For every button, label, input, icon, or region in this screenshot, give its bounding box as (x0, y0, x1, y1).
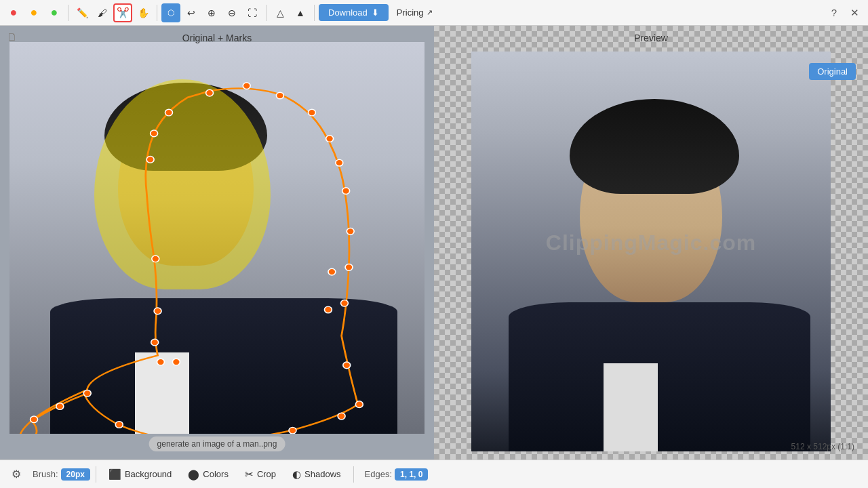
svg-point-20 (31, 416, 38, 423)
sep4 (314, 5, 315, 21)
preview-shirt (604, 363, 658, 451)
bottom-sep1 (96, 466, 96, 483)
background-icon: ⬛ (108, 468, 121, 481)
select-mode-btn[interactable]: ⬡ (161, 3, 180, 22)
brightness-btn[interactable]: △ (271, 3, 290, 22)
svg-point-7 (347, 228, 354, 235)
close-traffic-btn[interactable]: ● (4, 3, 23, 22)
file-label: generate an image of a man..png (149, 436, 285, 451)
tool-group-adjust: △ ▲ (271, 3, 310, 22)
original-button[interactable]: Original (809, 63, 856, 80)
svg-point-4 (326, 136, 334, 142)
crop-icon: ✂ (245, 468, 254, 481)
pricing-label: Pricing (397, 7, 424, 18)
tool-group-left: ● ● ● (4, 3, 64, 22)
svg-point-1 (243, 83, 250, 89)
eraser-tool-btn[interactable]: ✏️ (73, 3, 92, 22)
scissors-tool-btn[interactable]: ✂️ (113, 3, 132, 22)
edges-label: Edges: (365, 469, 392, 479)
bottom-toolbar: ⚙ Brush: 20px ⬛ Background ⬤ Colors ✂ Cr… (0, 460, 868, 488)
edges-value-btn[interactable]: 1, 1, 0 (395, 468, 428, 481)
crop-label: Crop (257, 469, 276, 479)
preview-jacket (509, 302, 810, 451)
jacket-area (50, 298, 397, 434)
background-tool[interactable]: ⬛ Background (102, 466, 178, 483)
sep2 (157, 5, 157, 21)
shadows-icon: ◐ (292, 468, 301, 481)
sep1 (68, 5, 68, 21)
top-toolbar: ● ● ● ✏️ 🖌 ✂️ ✋ ⬡ ↩ ⊕ ⊖ ⛶ △ ▲ Download ⬇… (0, 0, 868, 26)
fit-view-btn[interactable]: ⛶ (243, 3, 262, 22)
external-link-icon: ↗ (427, 8, 433, 17)
svg-point-5 (336, 159, 343, 166)
download-icon: ⬇ (372, 7, 379, 18)
help-button[interactable]: ? (825, 3, 844, 22)
colors-icon: ⬤ (188, 468, 199, 481)
paint-tool-btn[interactable]: 🖌 (93, 3, 112, 22)
shadows-tool[interactable]: ◐ Shadows (285, 466, 347, 483)
svg-point-2 (276, 92, 283, 99)
bottom-sep2 (353, 466, 354, 483)
right-panel: ClippingMagic.com Preview Original 512 x… (434, 26, 868, 460)
window-close-button[interactable]: ✕ (845, 3, 864, 22)
pricing-button[interactable]: Pricing ↗ (390, 4, 439, 21)
hand-tool-btn[interactable]: ✋ (134, 3, 153, 22)
colors-label: Colors (203, 469, 229, 479)
svg-point-6 (342, 188, 350, 195)
download-label: Download (328, 7, 368, 18)
tool-group-view: ⬡ ↩ ⊕ ⊖ ⛶ (161, 3, 262, 22)
main-content: Original + Marks 🗋 generate an image of … (0, 26, 868, 460)
original-image (9, 42, 425, 434)
settings-button[interactable]: ⚙ (7, 465, 26, 484)
shadows-label: Shadows (304, 469, 340, 479)
sep3 (266, 5, 267, 21)
zoom-out-btn[interactable]: ⊖ (222, 3, 241, 22)
expand-traffic-btn[interactable]: ● (45, 3, 64, 22)
background-label: Background (125, 469, 172, 479)
svg-point-10 (328, 268, 336, 275)
minimize-traffic-btn[interactable]: ● (24, 3, 43, 22)
canvas-area[interactable]: Original + Marks 🗋 generate an image of … (0, 26, 434, 460)
image-size-label: 512 x 512px (1:1) (791, 442, 854, 451)
panel-mini-icon: 🗋 (7, 31, 18, 43)
undo-btn[interactable]: ↩ (182, 3, 201, 22)
tool-group-draw: ✏️ 🖌 ✂️ ✋ (73, 3, 153, 22)
brush-label: Brush: (33, 469, 58, 479)
svg-point-3 (308, 109, 315, 116)
download-button[interactable]: Download ⬇ (319, 4, 389, 21)
colors-tool[interactable]: ⬤ Colors (181, 466, 235, 483)
contrast-btn[interactable]: ▲ (291, 3, 310, 22)
brush-size-btn[interactable]: 20px (61, 468, 90, 481)
crop-tool[interactable]: ✂ Crop (238, 466, 283, 483)
preview-cutout (471, 52, 831, 451)
svg-point-8 (345, 264, 353, 271)
shirt-area (135, 352, 189, 434)
zoom-in-btn[interactable]: ⊕ (202, 3, 221, 22)
left-panel: Original + Marks 🗋 generate an image of … (0, 26, 434, 460)
